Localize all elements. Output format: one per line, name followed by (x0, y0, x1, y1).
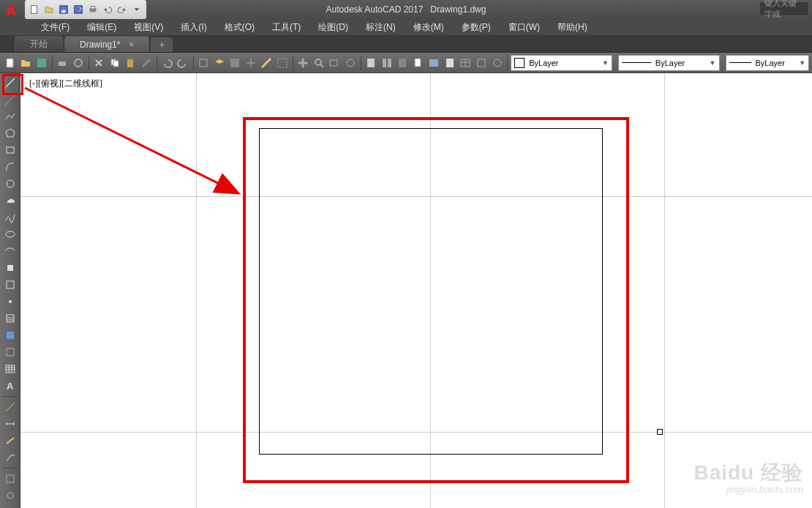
tool-polygon-icon[interactable] (2, 125, 18, 141)
linetype-combo[interactable]: ByLayer ▼ (618, 55, 720, 71)
tool-insert-block-icon[interactable] (2, 260, 18, 276)
search-placeholder: 键入关键字或 (764, 0, 804, 20)
tool-make-block-icon[interactable] (2, 277, 18, 293)
tb-extra2-icon[interactable] (490, 55, 505, 71)
menu-view[interactable]: 视图(V) (125, 19, 172, 35)
tb-undo-icon[interactable] (159, 55, 174, 71)
svg-marker-29 (6, 129, 15, 137)
tool-ellipse-arc-icon[interactable] (2, 243, 18, 259)
tb-table-icon[interactable] (459, 55, 473, 71)
menu-file[interactable]: 文件(F) (32, 19, 78, 35)
qat-open-icon[interactable] (42, 3, 56, 16)
menu-dimension[interactable]: 标注(N) (357, 19, 405, 35)
tb-new-icon[interactable] (3, 55, 18, 71)
tool-polyline-icon[interactable] (2, 108, 18, 124)
tb-open-icon[interactable] (19, 55, 34, 71)
tb-markup-icon[interactable] (427, 55, 442, 71)
tb-props-palette-icon[interactable] (364, 55, 379, 71)
layer-combo[interactable]: ByLayer ▼ (511, 55, 612, 71)
tab-drawing1[interactable]: Drawing1* × (64, 36, 149, 52)
tb-pan-icon[interactable] (296, 55, 310, 71)
tool-revision-cloud-icon[interactable] (2, 193, 18, 209)
tb-print-icon[interactable] (55, 55, 69, 71)
svg-rect-36 (7, 315, 14, 322)
svg-rect-38 (7, 348, 14, 356)
menu-parametric[interactable]: 参数(P) (453, 19, 500, 35)
search-box[interactable]: 键入关键字或 (759, 1, 809, 16)
qat-dropdown-icon[interactable] (130, 3, 143, 16)
tool-dim-style-icon[interactable] (2, 433, 18, 449)
tb-block-icon[interactable] (196, 55, 211, 71)
svg-rect-15 (278, 59, 287, 67)
menu-modify[interactable]: 修改(M) (405, 19, 453, 35)
tool-dim-linear-icon[interactable] (2, 416, 18, 432)
svg-point-16 (315, 59, 321, 65)
qat-new-icon[interactable] (28, 3, 41, 16)
tb-measure-icon[interactable] (260, 55, 274, 71)
tb-paste-icon[interactable] (124, 55, 138, 71)
tb-toolpalettes-icon[interactable] (396, 55, 410, 71)
tool-mleader-icon[interactable] (2, 449, 18, 466)
tool-region-icon[interactable] (2, 344, 18, 360)
tb-dsettings-icon[interactable] (244, 55, 258, 71)
tool-hatch-icon[interactable] (2, 310, 18, 326)
cursor-marker-icon (657, 429, 663, 435)
menu-tools[interactable]: 工具(T) (263, 19, 309, 35)
tab-close-icon[interactable]: × (129, 40, 134, 50)
quick-access-toolbar (25, 0, 146, 19)
toolbar-separator (89, 56, 89, 70)
tool-point-icon[interactable] (2, 294, 18, 310)
tb-zoomprevious-icon[interactable] (343, 55, 358, 71)
tb-properties-icon[interactable] (228, 55, 242, 71)
menu-format[interactable]: 格式(O) (216, 19, 263, 35)
tb-designcenter-icon[interactable] (380, 55, 394, 71)
svg-text:A: A (7, 381, 14, 392)
qat-print-icon[interactable] (86, 3, 99, 16)
tb-redo-icon[interactable] (176, 55, 190, 71)
tb-sheetset-icon[interactable] (411, 55, 426, 71)
tool-circle-icon[interactable] (2, 176, 18, 192)
dropdown-arrow-icon: ▼ (602, 59, 609, 67)
svg-rect-17 (330, 60, 337, 66)
tool-spline-icon[interactable] (2, 209, 18, 225)
tb-preview-icon[interactable] (71, 55, 86, 71)
tb-copy-icon[interactable] (108, 55, 122, 71)
app-logo-icon[interactable] (0, 0, 22, 19)
menu-insert[interactable]: 插入(I) (172, 19, 215, 35)
qat-redo-icon[interactable] (116, 3, 129, 16)
tb-save-icon[interactable] (34, 55, 49, 71)
svg-rect-14 (230, 59, 239, 67)
menu-edit[interactable]: 编辑(E) (78, 19, 125, 35)
menu-help[interactable]: 帮助(H) (549, 19, 596, 35)
layer-value: ByLayer (529, 59, 558, 67)
menu-draw[interactable]: 绘图(D) (309, 19, 357, 35)
tb-layer-icon[interactable] (212, 55, 227, 71)
tool-rectangle-icon[interactable] (2, 142, 18, 158)
tool-text-icon[interactable]: A (2, 378, 18, 394)
tool-extra2-icon[interactable] (2, 488, 18, 504)
toolbar-separator (157, 56, 157, 70)
qat-saveas-icon[interactable] (72, 3, 85, 16)
qat-save-icon[interactable] (57, 3, 70, 16)
tb-zoomwindow-icon[interactable] (328, 55, 342, 71)
tool-ellipse-icon[interactable] (2, 226, 18, 242)
tool-arc-icon[interactable] (2, 159, 18, 175)
lineweight-combo[interactable]: ByLayer ▼ (726, 55, 810, 71)
svg-rect-0 (31, 6, 37, 14)
tb-extra1-icon[interactable] (474, 55, 489, 71)
title-bar: Autodesk AutoCAD 2017 Drawing1.dwg 键入关键字… (0, 0, 812, 19)
menu-window[interactable]: 窗口(W) (500, 19, 549, 35)
tool-extra1-icon[interactable] (2, 471, 18, 487)
svg-line-43 (25, 88, 237, 193)
tb-match-icon[interactable] (139, 55, 154, 71)
tab-add-button[interactable]: + (151, 37, 173, 52)
tool-addselected-icon[interactable] (2, 399, 18, 415)
tool-gradient-icon[interactable] (2, 327, 18, 343)
tb-selectall-icon[interactable] (275, 55, 290, 71)
tab-start[interactable]: 开始 (15, 36, 63, 52)
tb-cut-icon[interactable] (91, 55, 106, 71)
qat-undo-icon[interactable] (101, 3, 114, 16)
tool-table-icon[interactable] (2, 361, 18, 377)
tb-quickcalc-icon[interactable] (443, 55, 457, 71)
tb-zoom-icon[interactable] (312, 55, 326, 71)
